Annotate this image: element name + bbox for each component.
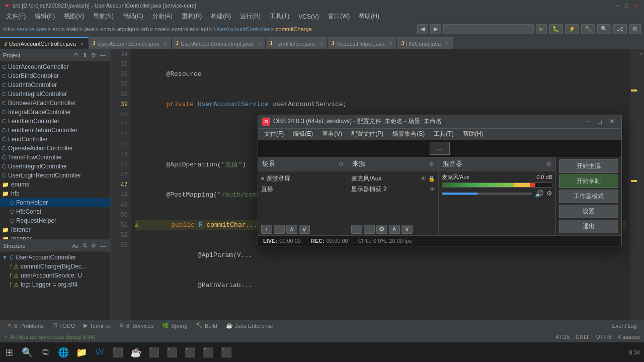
tree-item-hfb[interactable]: 📁 hfb [0,189,110,198]
taskbar-app5-icon[interactable]: ⬛ [109,343,127,361]
bottom-tab-event-log[interactable]: Event Log [608,322,641,330]
obs-maximize-button[interactable]: □ [594,117,605,126]
tab-useraccountservice[interactable]: J UserAccountService.java ✕ [89,37,172,49]
structure-sort-type[interactable]: ⇅ [81,242,89,249]
obs-scenes-remove-button[interactable]: − [274,225,285,234]
obs-sources-up-button[interactable]: ∧ [389,225,400,234]
tab-close-2[interactable]: ✕ [163,41,167,46]
obs-scene-live[interactable]: 直播 [261,184,345,195]
tree-item-hfbconst[interactable]: C HfbConst [0,207,110,216]
run-button[interactable]: ▶ [536,24,547,34]
breadcrumb-srb[interactable]: srb [3,26,11,32]
search-everywhere[interactable]: 🔍 [597,24,611,34]
taskbar-edge-icon[interactable]: 🌐 [54,343,72,361]
tree-item-userinfo-ctrl[interactable]: C UserInfoController [0,80,110,89]
ide-close-button[interactable]: ✕ [632,2,640,10]
taskbar-app11-icon[interactable]: ⬛ [217,343,235,361]
status-charset[interactable]: UTF-8 [596,334,612,340]
taskbar-word-icon[interactable]: W [91,343,109,361]
bottom-tab-todo[interactable]: ☑ TODO [48,321,79,330]
tab-close-6[interactable]: ✕ [445,41,449,46]
obs-sources-settings-button[interactable]: ⚙ [376,225,387,234]
obs-source-mic[interactable]: 麦克风/Aux 👁 🔒 [351,173,435,184]
obs-volume-slider[interactable] [442,193,532,195]
breadcrumb-java[interactable]: java [85,26,95,32]
taskbar-search-icon[interactable]: 🔍 [18,343,36,361]
obs-menu-edit[interactable]: 编辑(E) [289,129,317,139]
menu-tools[interactable]: 工具(T) [266,11,293,22]
run-config-input[interactable]: ServiceSmsApplication [443,24,534,34]
tree-item-lenditem-ctrl[interactable]: C LendItemController [0,117,110,126]
tree-item-mapper[interactable]: 📁 mapper [0,234,110,239]
tree-item-listener[interactable]: 📁 listener [0,225,110,234]
obs-studio-mode-button[interactable]: 工作室模式 [559,190,618,203]
tab-hfbconst[interactable]: J HfbConst.java ✕ [397,37,453,49]
obs-eye-icon-1[interactable]: 👁 [421,175,426,182]
obs-close-button[interactable]: ✕ [606,117,617,126]
obs-minimize-button[interactable]: ─ [582,117,593,126]
obs-sources-remove-button[interactable]: − [364,225,375,234]
tree-item-userloginrecord-ctrl[interactable]: C UserLoginRecordController [0,171,110,180]
obs-mixer-gear-icon[interactable]: ⚙ [546,190,552,197]
tab-close-1[interactable]: ✕ [80,41,84,47]
tree-item-userintegral-ctrl[interactable]: C UserIntegralController [0,89,110,99]
tree-item-borrowerattach-ctrl[interactable]: C BorrowerAttachController [0,99,110,108]
obs-menu-help[interactable]: 帮助(H) [459,129,488,139]
tab-useraccountserviceimpl[interactable]: J UserAccountServiceImpl.java ✕ [172,37,265,49]
bottom-tab-terminal[interactable]: ▶ Terminal [79,321,115,330]
structure-method-commit[interactable]: f ⚠ commitCharge(BigDec... [0,262,110,271]
tree-item-lend-ctrl[interactable]: C LendController [0,135,110,144]
tree-item-userbind-ctrl[interactable]: C UserBindController [0,71,110,80]
obs-eye-icon-2[interactable]: 👁 [430,186,435,192]
obs-mixer-settings-icon[interactable]: ⚙ [546,161,551,167]
menu-run[interactable]: 运行(R) [236,11,265,22]
taskbar-start-button[interactable]: ⊞ [0,343,18,361]
menu-help[interactable]: 帮助(H) [355,11,383,22]
tab-useraccount-controller[interactable]: J UserAccountController.java ✕ [0,37,89,49]
status-crlf[interactable]: CRLF [576,334,590,340]
git-button[interactable]: ⎇ [613,24,627,34]
debug-button[interactable]: 🐛 [549,24,563,34]
tree-item-formhelper[interactable]: C FormHelper [0,198,110,207]
menu-refactor[interactable]: 重构(R) [178,11,206,22]
taskbar-app7-icon[interactable]: ⬛ [145,343,163,361]
obs-settings-button[interactable]: 设置 [559,205,618,218]
taskbar-explorer-icon[interactable]: 📁 [72,343,91,361]
breadcrumb-srb2[interactable]: srb [141,26,149,32]
bottom-tab-spring[interactable]: 🌿 Spring [158,321,191,330]
ide-minimize-button[interactable]: ─ [614,2,622,10]
breadcrumb-atguigu[interactable]: atguigu [117,26,135,32]
status-indent[interactable]: 4 spaces [618,334,640,340]
breadcrumb-src[interactable]: src [53,26,60,32]
bottom-tab-services[interactable]: ⚙ 8: Services [115,321,157,330]
obs-source-display[interactable]: 显示器捕获 2 👁 [351,184,435,195]
tab-requesthelper[interactable]: J RequestHelper.java ✕ [328,37,397,49]
tab-close-4[interactable]: ✕ [319,41,323,46]
taskbar-task-view-icon[interactable]: ⧉ [36,343,54,361]
obs-start-record-button[interactable]: 开始录制 [559,174,618,188]
tree-item-operateaction-ctrl[interactable]: C OperateActionController [0,144,110,153]
obs-menu-tools[interactable]: 工具(T) [430,129,457,139]
ide-maximize-button[interactable]: □ [623,2,631,10]
obs-menu-scene-collection[interactable]: 场景集合(S) [388,129,429,139]
obs-sources-settings-icon[interactable]: ⚙ [429,161,434,167]
tree-item-userintegral2-ctrl[interactable]: C UserIntegralController [0,162,110,171]
menu-analyze[interactable]: 分析(A) [148,11,177,22]
breadcrumb-core[interactable]: core [155,26,166,32]
obs-scenes-settings-icon[interactable]: ⚙ [339,161,344,167]
obs-scenes-up-button[interactable]: ∧ [286,225,297,234]
settings-button[interactable]: ⚙ [629,24,641,34]
obs-scenes-down-button[interactable]: ∨ [299,225,310,234]
taskbar-app6-icon[interactable]: ☕ [127,343,145,361]
structure-close[interactable]: — [99,242,107,249]
menu-view[interactable]: 视图(V) [60,11,88,22]
tree-item-requesthelper[interactable]: C RequestHelper [0,216,110,225]
menu-navigate[interactable]: 导航(N) [89,11,118,22]
breadcrumb-service-core[interactable]: service-core [17,26,47,32]
taskbar-app10-icon[interactable]: ⬛ [199,343,217,361]
right-sidebar-bean-validation[interactable]: ✓ [638,51,643,57]
profile-button[interactable]: ⚡ [565,24,579,34]
obs-menu-file[interactable]: 文件(F) [260,129,288,139]
bottom-tab-build[interactable]: 🔨 Build [192,321,221,330]
structure-sort-alpha[interactable]: Az [70,242,80,249]
